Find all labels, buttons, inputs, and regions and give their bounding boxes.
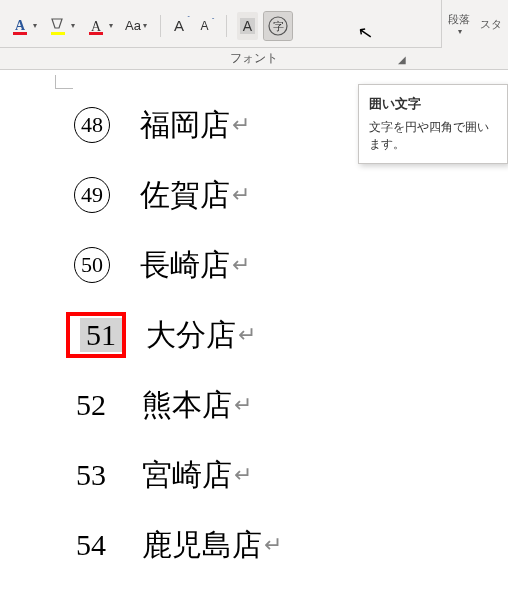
svg-text:字: 字: [273, 20, 284, 32]
highlight-icon: [49, 16, 69, 36]
paragraph-label: 段落: [448, 12, 470, 27]
enclosed-number: 50: [74, 247, 110, 283]
paragraph-group-label[interactable]: 段落 ▾: [448, 12, 470, 36]
styles-group-label[interactable]: スタ: [480, 17, 502, 32]
store-name: 佐賀店: [140, 175, 230, 216]
list-item[interactable]: 54 鹿児島店 ↵: [60, 510, 508, 580]
store-name: 鹿児島店: [142, 525, 262, 566]
paragraph-mark-icon: ↵: [232, 182, 250, 208]
selection-highlight-box: 51: [66, 312, 126, 358]
paragraph-mark-icon: ↵: [232, 112, 250, 138]
list-item[interactable]: 50 長崎店 ↵: [60, 230, 508, 300]
ribbon-buttons: A ▾ ▾ A ▾ Aa ▾ Aˆ: [8, 12, 292, 40]
enclose-icon: 字: [267, 15, 289, 37]
store-name: 大分店: [146, 315, 236, 356]
tooltip-enclose: 囲い文字 文字を円や四角で囲います。: [358, 84, 508, 164]
chevron-down-icon: ▾: [109, 21, 113, 30]
list-item[interactable]: 49 佐賀店 ↵: [60, 160, 508, 230]
paragraph-mark-icon: ↵: [234, 462, 252, 488]
enclosed-number: 48: [74, 107, 110, 143]
ribbon-right-section: 段落 ▾ スタ: [441, 0, 508, 48]
svg-text:A: A: [91, 19, 102, 34]
store-name: 福岡店: [140, 105, 230, 146]
svg-rect-4: [89, 32, 103, 35]
chevron-down-icon: ▾: [71, 21, 75, 30]
shrink-font-icon: Aˇ: [200, 19, 208, 33]
divider: [226, 15, 227, 37]
enclose-characters-button[interactable]: 字: [264, 12, 292, 40]
grow-font-button[interactable]: Aˆ: [171, 12, 191, 40]
tooltip-body: 文字を円や四角で囲います。: [369, 119, 497, 153]
store-name: 宮崎店: [142, 455, 232, 496]
font-color-button[interactable]: A ▾: [8, 12, 40, 40]
ribbon-font-group: A ▾ ▾ A ▾ Aa ▾ Aˆ: [0, 0, 508, 48]
font-group-label: フォント: [230, 50, 278, 67]
list-item[interactable]: 53 宮崎店 ↵: [60, 440, 508, 510]
paragraph-mark-icon: ↵: [234, 392, 252, 418]
chevron-down-icon: ▾: [143, 21, 147, 30]
shrink-font-button[interactable]: Aˇ: [197, 12, 215, 40]
paragraph-mark-icon: ↵: [238, 322, 256, 348]
text-fill-button[interactable]: A ▾: [84, 12, 116, 40]
dialog-launcher-icon[interactable]: ◢: [396, 52, 408, 67]
chevron-down-icon: ▾: [33, 21, 37, 30]
char-shading-icon: A: [240, 18, 255, 34]
list-item[interactable]: 52 熊本店 ↵: [60, 370, 508, 440]
store-name: 長崎店: [140, 245, 230, 286]
paragraph-mark-icon: ↵: [232, 252, 250, 278]
svg-text:A: A: [15, 18, 26, 33]
highlight-button[interactable]: ▾: [46, 12, 78, 40]
plain-number: 53: [70, 458, 112, 492]
chevron-down-icon: ▾: [458, 27, 462, 36]
styles-label: スタ: [480, 17, 502, 32]
char-shading-button[interactable]: A: [237, 12, 258, 40]
tooltip-title: 囲い文字: [369, 95, 497, 113]
plain-number: 52: [70, 388, 112, 422]
list-item[interactable]: 51 大分店 ↵: [60, 300, 508, 370]
change-case-icon: Aa: [125, 18, 141, 33]
enclosed-number: 49: [74, 177, 110, 213]
svg-rect-1: [13, 32, 27, 35]
paragraph-mark-icon: ↵: [264, 532, 282, 558]
plain-number: 54: [70, 528, 112, 562]
svg-rect-2: [51, 32, 65, 35]
ribbon-group-label-row: フォント ◢: [0, 48, 508, 70]
plain-number: 51: [80, 318, 122, 352]
change-case-button[interactable]: Aa ▾: [122, 12, 150, 40]
font-color-icon: A: [11, 16, 31, 36]
grow-font-icon: Aˆ: [174, 17, 184, 34]
store-name: 熊本店: [142, 385, 232, 426]
text-fill-icon: A: [87, 16, 107, 36]
divider: [160, 15, 161, 37]
